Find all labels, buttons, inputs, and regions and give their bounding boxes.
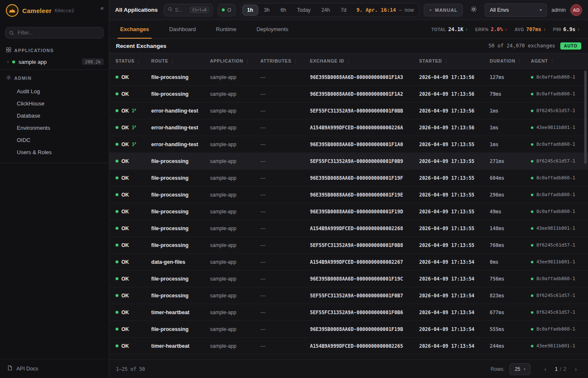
agent-status-dot xyxy=(531,261,533,263)
time-range-24h[interactable]: 24h xyxy=(316,5,335,16)
duration-cell: 756ms xyxy=(490,276,531,282)
table-row[interactable]: OK file-processing sample-app — 96E395B0… xyxy=(109,203,588,220)
column-header-exchange-id[interactable]: EXCHANGE ID⋮ xyxy=(310,58,419,63)
table-row[interactable]: OK file-processing sample-app — 96E395B0… xyxy=(109,170,588,186)
manual-refresh-button[interactable]: ● MANUAL xyxy=(424,4,463,16)
time-range-6h[interactable]: 6h xyxy=(276,5,291,16)
time-range-today[interactable]: Today xyxy=(292,5,315,16)
duration-cell: 49ms xyxy=(490,209,531,215)
exchange-id-cell: A154B9A999DFCED-0000000000002268 xyxy=(310,226,419,231)
status-cell: OK xyxy=(116,74,151,80)
agent-status-dot xyxy=(531,160,533,163)
environments-dropdown[interactable]: All Envs ▾ xyxy=(485,3,547,17)
status-ok-dot xyxy=(116,311,118,314)
column-header-status[interactable]: STATUS⋮ xyxy=(116,58,151,63)
table-row[interactable]: OK file-processing sample-app — 96E395B0… xyxy=(109,270,588,287)
column-header-agent[interactable]: AGENT⋮ xyxy=(531,58,588,63)
started-cell: 2026-04-09 17:13:56 xyxy=(419,91,490,97)
column-header-started[interactable]: STARTED⋮ xyxy=(419,58,490,63)
sidebar-item-users-roles[interactable]: Users & Roles xyxy=(0,146,109,158)
agent-cell: 8c0affadb860-1 xyxy=(531,276,588,281)
route-cell: timer-heartbeat xyxy=(151,343,210,349)
next-page-button[interactable]: › xyxy=(570,364,581,375)
sidebar-item-audit-log[interactable]: Audit Log xyxy=(0,85,109,97)
application-cell: sample-app xyxy=(210,209,260,215)
table-row[interactable]: OK file-processing sample-app — 96E395B0… xyxy=(109,86,588,102)
sidebar-collapse-icon[interactable]: « xyxy=(100,4,104,11)
column-header-attributes[interactable]: ATTRIBUTES⋮ xyxy=(260,58,310,63)
table-row[interactable]: OK timer-heartbeat sample-app — A154B9A9… xyxy=(109,338,588,354)
exchange-id-cell: 5EF55FC31352A9A-000000000001F0BB xyxy=(310,108,419,114)
tab-deployments[interactable]: Deployments xyxy=(254,20,291,38)
table-row[interactable]: OK error-handling-test sample-app — 5EF5… xyxy=(109,102,588,119)
sidebar-item-sample-app[interactable]: › sample app 208.2k xyxy=(0,56,109,69)
table-row[interactable]: OK file-processing sample-app — 5EF55FC3… xyxy=(109,287,588,304)
application-cell: sample-app xyxy=(210,175,260,181)
sidebar-item-oidc[interactable]: OIDC xyxy=(0,134,109,146)
table-row[interactable]: OK file-processing sample-app — 96E395B0… xyxy=(109,69,588,86)
theme-toggle-button[interactable] xyxy=(467,4,480,16)
filter-input[interactable] xyxy=(5,27,104,39)
exchange-id-cell: 96E395B0088AA6D-000000000001F19D xyxy=(310,209,419,215)
table-row[interactable]: OK file-processing sample-app — 96E395B0… xyxy=(109,186,588,203)
application-cell: sample-app xyxy=(210,343,260,349)
column-header-application[interactable]: APPLICATION⋮ xyxy=(210,58,260,63)
duration-cell: 823ms xyxy=(490,293,531,299)
rows-per-page-select[interactable]: 25 ▾ xyxy=(509,363,530,375)
duration-cell: 79ms xyxy=(490,91,531,97)
current-page: 1 xyxy=(555,366,558,372)
sidebar-item-database[interactable]: Database xyxy=(0,110,109,122)
agent-status-dot xyxy=(531,93,533,95)
time-range-3h[interactable]: 3h xyxy=(259,5,275,16)
agent-cell: 43ee9811b801-1 xyxy=(531,259,588,265)
global-search-input[interactable]: S... Ctrl+K xyxy=(164,4,213,16)
status-cell: OK xyxy=(116,343,151,349)
time-display[interactable]: 9. Apr. 16:14 xyxy=(357,7,396,13)
table-row[interactable]: OK file-processing sample-app — 96E395B0… xyxy=(109,321,588,338)
sidebar-item-api-docs[interactable]: API Docs xyxy=(0,359,109,378)
tab-runtime[interactable]: Runtime xyxy=(213,20,239,38)
sidebar: Cameleer 69dcce2 « APPLICATIONS › sample… xyxy=(0,0,109,378)
attributes-cell: — xyxy=(260,125,310,131)
application-cell: sample-app xyxy=(210,91,260,97)
table-row[interactable]: OK file-processing sample-app — A154B9A9… xyxy=(109,220,588,237)
exchange-id-cell: A154B9A999DFCED-0000000000002265 xyxy=(310,343,419,349)
table-row[interactable]: OK error-handling-test sample-app — A154… xyxy=(109,119,588,136)
table-row[interactable]: OK error-handling-test sample-app — 96E3… xyxy=(109,136,588,153)
tab-dashboard[interactable]: Dashboard xyxy=(167,20,199,38)
tab-exchanges[interactable]: Exchanges xyxy=(118,20,152,38)
prev-page-button[interactable]: ‹ xyxy=(540,364,551,375)
chevron-right-icon[interactable]: › xyxy=(7,59,9,65)
agent-cell: 43ee9811b801-1 xyxy=(531,343,588,349)
stat-value: 24.1K xyxy=(448,26,463,32)
online-toggle[interactable]: O xyxy=(218,4,235,16)
stat-value: 2.0% xyxy=(491,26,503,32)
table-row[interactable]: OK file-processing sample-app — 5EF55FC3… xyxy=(109,153,588,170)
sidebar-item-clickhouse[interactable]: ClickHouse xyxy=(0,97,109,110)
stat-avg: AVG 707ms ↑ xyxy=(514,26,546,32)
agent-cell: 8c0affadb860-1 xyxy=(531,326,588,332)
time-now-label[interactable]: now xyxy=(404,7,414,13)
sidebar-item-environments[interactable]: Environments xyxy=(0,122,109,134)
route-cell: file-processing xyxy=(151,293,210,299)
auto-refresh-badge[interactable]: AUTO xyxy=(560,42,581,50)
agent-status-dot xyxy=(531,294,533,297)
column-header-duration[interactable]: DURATION⋮ xyxy=(490,58,531,63)
topbar: All Applications S... Ctrl+K O 1h3h6hTod… xyxy=(109,0,588,20)
search-placeholder-text: S... xyxy=(175,7,187,13)
column-header-route[interactable]: ROUTE⋮ xyxy=(151,58,210,63)
duration-cell: 604ms xyxy=(490,175,531,181)
attributes-cell: — xyxy=(260,175,310,181)
table-row[interactable]: OK data-gen-files sample-app — A154B9A99… xyxy=(109,254,588,270)
exchange-id-cell: 96E395B0088AA6D-000000000001F19F xyxy=(310,175,419,181)
table-row[interactable]: OK timer-heartbeat sample-app — 5EF55FC3… xyxy=(109,304,588,321)
time-range-7d[interactable]: 7d xyxy=(336,5,351,16)
avatar[interactable]: AD xyxy=(570,4,582,16)
vertical-scrollbar[interactable] xyxy=(584,71,587,164)
table-row[interactable]: OK file-processing sample-app — 5EF55FC3… xyxy=(109,237,588,254)
agent-cell: 43ee9811b801-1 xyxy=(531,226,588,231)
agent-status-dot xyxy=(531,210,533,213)
route-cell: file-processing xyxy=(151,91,210,97)
time-range-1h[interactable]: 1h xyxy=(242,5,258,16)
agent-cell: 8c0affadb860-1 xyxy=(531,74,588,80)
